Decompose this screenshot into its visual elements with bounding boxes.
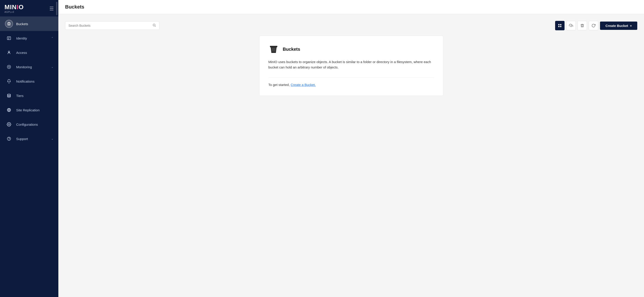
grid-view-button[interactable]: [555, 21, 564, 30]
empty-card-divider: [268, 77, 434, 78]
create-bucket-plus-icon: +: [630, 24, 632, 28]
svg-line-16: [155, 26, 156, 27]
scroll-indicator: [56, 2, 58, 15]
identity-icon: [5, 34, 13, 42]
sidebar-item-buckets-label: Buckets: [16, 22, 54, 26]
sidebar-item-tiers-label: Tiers: [16, 94, 54, 98]
svg-rect-19: [558, 26, 560, 27]
sidebar-item-identity-label: Identity: [16, 36, 48, 40]
toolbar-right: Create Bucket +: [555, 21, 637, 30]
svg-rect-25: [272, 50, 276, 50]
create-bucket-label: Create Bucket: [606, 24, 628, 28]
menu-toggle-icon[interactable]: ☰: [50, 6, 54, 12]
search-icon: [152, 23, 156, 28]
search-input[interactable]: [68, 24, 150, 28]
svg-point-10: [8, 94, 10, 95]
site-replication-icon: [5, 106, 13, 114]
create-bucket-link[interactable]: Create a Bucket.: [291, 83, 316, 87]
sidebar-header: MINIO AGPLv3 ☰: [0, 0, 58, 16]
upload-button[interactable]: [566, 21, 576, 30]
svg-point-12: [8, 124, 10, 125]
svg-rect-17: [558, 24, 560, 25]
sidebar-item-notifications-label: Notifications: [16, 80, 54, 83]
svg-rect-18: [560, 24, 562, 25]
search-box[interactable]: [65, 21, 159, 30]
main-content: Create Bucket + Buckets: [58, 14, 644, 297]
sidebar-item-site-replication[interactable]: Site Replication: [0, 103, 58, 117]
sidebar-item-tiers[interactable]: Tiers: [0, 88, 58, 103]
sidebar-item-site-replication-label: Site Replication: [16, 108, 54, 112]
delete-button[interactable]: [578, 21, 587, 30]
svg-point-9: [8, 66, 9, 67]
sidebar-item-access-label: Access: [16, 51, 54, 54]
toolbar: Create Bucket +: [65, 21, 637, 30]
access-icon: [5, 48, 13, 56]
sidebar-item-support-label: Support: [16, 137, 48, 141]
main-area: Buckets: [58, 0, 644, 297]
svg-point-15: [153, 24, 155, 26]
sidebar-item-configurations-label: Configurations: [16, 122, 54, 126]
logo: MINIO: [4, 4, 24, 10]
sidebar-item-identity[interactable]: Identity ⌃: [0, 31, 58, 45]
support-icon: [5, 135, 13, 143]
empty-state-card: Buckets MinIO uses buckets to organize o…: [259, 36, 443, 96]
svg-rect-23: [270, 47, 277, 48]
svg-rect-26: [272, 51, 276, 52]
configurations-icon: [5, 120, 13, 128]
empty-card-header: Buckets: [268, 44, 434, 54]
sidebar-item-access[interactable]: Access: [0, 45, 58, 60]
empty-card-cta: To get started, Create a Bucket.: [268, 83, 434, 87]
svg-point-11: [8, 108, 11, 112]
identity-chevron-icon: ⌃: [51, 36, 54, 40]
page-title: Buckets: [65, 4, 637, 10]
sidebar-item-configurations[interactable]: Configurations: [0, 117, 58, 132]
sidebar: MINIO AGPLv3 ☰ Buckets Identity ⌃: [0, 0, 58, 297]
create-bucket-button[interactable]: Create Bucket +: [600, 22, 637, 30]
refresh-button[interactable]: [589, 21, 598, 30]
monitoring-chevron-icon: ⌄: [51, 65, 54, 68]
svg-rect-24: [272, 48, 276, 49]
sidebar-item-support[interactable]: Support ⌄: [0, 132, 58, 146]
svg-rect-20: [560, 26, 562, 27]
notifications-icon: [5, 77, 13, 85]
logo-area: MINIO AGPLv3: [4, 4, 24, 13]
buckets-icon: [5, 20, 13, 28]
empty-card-description: MinIO uses buckets to organize objects. …: [268, 59, 434, 70]
sidebar-item-monitoring-label: Monitoring: [16, 65, 48, 69]
main-header: Buckets: [58, 0, 644, 14]
bucket-large-icon: [268, 44, 279, 54]
sidebar-item-monitoring[interactable]: Monitoring ⌄: [0, 60, 58, 74]
svg-rect-22: [270, 46, 277, 47]
svg-point-7: [8, 52, 9, 53]
tiers-icon: [5, 92, 13, 100]
sidebar-item-notifications[interactable]: Notifications: [0, 74, 58, 88]
cta-prefix: To get started,: [268, 83, 290, 87]
license-label: AGPLv3: [4, 11, 24, 13]
support-chevron-icon: ⌄: [51, 137, 54, 140]
monitoring-icon: [5, 63, 13, 71]
empty-card-title: Buckets: [283, 47, 300, 52]
sidebar-item-buckets[interactable]: Buckets: [0, 16, 58, 31]
